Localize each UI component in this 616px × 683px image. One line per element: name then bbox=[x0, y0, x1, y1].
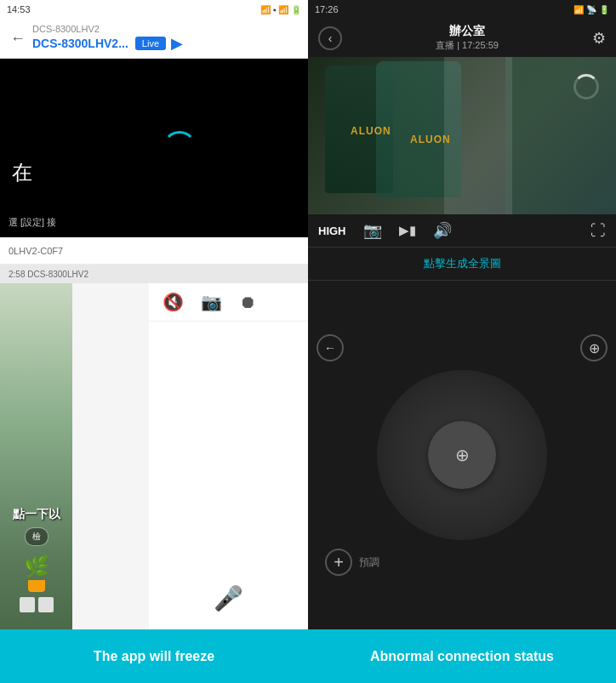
device-time-bar: 2:58 DCS-8300LHV2 bbox=[0, 265, 308, 283]
play-icon: ▶ bbox=[171, 34, 183, 53]
right-controls: HIGH 📷 ▶▮ 🔊 ⛶ bbox=[308, 214, 616, 248]
chinese-sub-text: 選 [設定] 接 bbox=[9, 213, 56, 229]
camera-icon[interactable]: 📷 bbox=[201, 292, 222, 312]
brand-label-2: ALUON bbox=[410, 134, 451, 145]
header-center: 辦公室 直播 | 17:25:59 bbox=[436, 24, 499, 52]
mute-icon[interactable]: 🔇 bbox=[163, 292, 184, 312]
feed-loading-spinner bbox=[573, 74, 599, 100]
shape-2 bbox=[38, 597, 54, 612]
plant-decoration: 🌿 bbox=[24, 555, 49, 592]
caption-left: The app will freeze bbox=[0, 629, 308, 683]
shape-1 bbox=[20, 597, 35, 612]
live-badge: Live bbox=[135, 37, 166, 50]
left-caption-text: The app will freeze bbox=[94, 649, 214, 664]
right-back-button[interactable]: ‹ bbox=[318, 26, 342, 50]
caption-right: Abnormal connection status bbox=[308, 629, 616, 683]
feed-background: ALUON ALUON bbox=[308, 57, 616, 214]
right-volume-icon[interactable]: 🔊 bbox=[433, 221, 452, 240]
small-shapes bbox=[20, 597, 54, 612]
bg-mid bbox=[444, 57, 512, 214]
chinese-overlay: 在 bbox=[9, 59, 36, 237]
panorama-button[interactable]: 點擊生成全景圖 bbox=[424, 256, 501, 271]
chinese-main-text: 在 bbox=[9, 146, 36, 150]
back-button[interactable]: ← bbox=[10, 30, 26, 48]
right-header: ‹ 辦公室 直播 | 17:25:59 ⚙ bbox=[308, 19, 616, 57]
right-play-icon[interactable]: ▶▮ bbox=[399, 223, 416, 238]
microphone-area: 🎤 bbox=[149, 584, 308, 612]
device-list-id: 0LHV2-C0F7 bbox=[9, 246, 63, 256]
battery-icon: 🔋 bbox=[599, 5, 609, 14]
panorama-section: 點擊生成全景圖 bbox=[308, 248, 616, 281]
plant-icon: 🌿 bbox=[24, 555, 49, 578]
quality-label: HIGH bbox=[318, 225, 346, 237]
detect-button[interactable]: 檢 bbox=[25, 527, 48, 546]
mic-icon[interactable]: 🎤 bbox=[214, 584, 243, 612]
device-time: 2:58 DCS-8300LHV2 bbox=[9, 270, 88, 279]
device-model: DCS-8300LHV2 bbox=[32, 24, 298, 34]
add-preset-button[interactable]: + bbox=[325, 549, 352, 576]
left-time: 14:53 bbox=[7, 4, 31, 14]
settings-icon[interactable]: ⚙ bbox=[592, 29, 606, 48]
right-caption-text: Abnormal connection status bbox=[370, 649, 554, 664]
signal-icon: 📶 bbox=[573, 5, 584, 14]
status-icons: 📶 📡 🔋 bbox=[573, 5, 609, 14]
device-info: DCS-8300LHV2 DCS-8300LHV2... Live ▶ bbox=[32, 24, 298, 53]
room-name: 辦公室 bbox=[449, 24, 485, 39]
ptz-outer-circle[interactable]: ⊕ bbox=[377, 370, 547, 540]
wifi-icon: 📡 bbox=[586, 5, 596, 14]
video-area-top: 在 選 [設定] 接 bbox=[0, 59, 308, 237]
live-time: 直播 | 17:25:59 bbox=[436, 39, 499, 52]
ptz-joystick-icon: ⊕ bbox=[455, 445, 470, 465]
left-header: ← DCS-8300LHV2 DCS-8300LHV2... Live ▶ bbox=[0, 19, 308, 59]
left-screenshot: 14:53 📶 ▪ 📶 🔋 ← DCS-8300LHV2 DCS-8300LHV… bbox=[0, 0, 308, 629]
camera-feed: ALUON ALUON bbox=[308, 57, 616, 214]
ptz-bottom-row: + 預調 bbox=[317, 549, 607, 576]
chinese-detect-text: 點一下以 bbox=[13, 507, 60, 522]
camera-controls: 🔇 📷 ⏺ bbox=[149, 283, 308, 322]
loading-spinner bbox=[163, 131, 197, 165]
camera-bg: 點一下以 檢 🌿 bbox=[0, 283, 72, 629]
bg-right bbox=[505, 57, 616, 214]
right-status-bar: 17:26 📶 📡 🔋 bbox=[308, 0, 616, 19]
captions-row: The app will freeze Abnormal connection … bbox=[0, 629, 616, 683]
ptz-section: ← ⊕ ⊕ + 預調 bbox=[308, 281, 616, 629]
left-bottom: 0LHV2-C0F7 2:58 DCS-8300LHV2 點一下以 檢 🌿 bbox=[0, 237, 308, 629]
ptz-nav-row: ← ⊕ bbox=[317, 334, 607, 361]
right-camera-icon[interactable]: 📷 bbox=[363, 221, 382, 240]
brand-label-1: ALUON bbox=[351, 125, 391, 137]
device-list-item: 0LHV2-C0F7 bbox=[0, 237, 308, 265]
ptz-nav-button[interactable]: ⊕ bbox=[580, 334, 607, 361]
record-icon[interactable]: ⏺ bbox=[239, 293, 256, 312]
ptz-inner-circle[interactable]: ⊕ bbox=[428, 421, 496, 489]
phone-body: 點一下以 檢 🌿 bbox=[0, 283, 308, 629]
left-status-icons: 📶 ▪ 📶 🔋 bbox=[260, 5, 301, 14]
left-status-bar: 14:53 📶 ▪ 📶 🔋 bbox=[0, 0, 308, 19]
plant-pot bbox=[28, 580, 45, 592]
device-name: DCS-8300LHV2... bbox=[32, 37, 128, 50]
ptz-back-button[interactable]: ← bbox=[317, 334, 344, 361]
right-expand-icon[interactable]: ⛶ bbox=[590, 222, 606, 240]
preset-label: 預調 bbox=[359, 555, 379, 570]
white-content: 🔇 📷 ⏺ 🎤 bbox=[149, 283, 308, 629]
right-time: 17:26 bbox=[315, 4, 339, 14]
right-screenshot: 17:26 📶 📡 🔋 ‹ 辦公室 直播 | 17:25:59 ⚙ bbox=[308, 0, 616, 629]
